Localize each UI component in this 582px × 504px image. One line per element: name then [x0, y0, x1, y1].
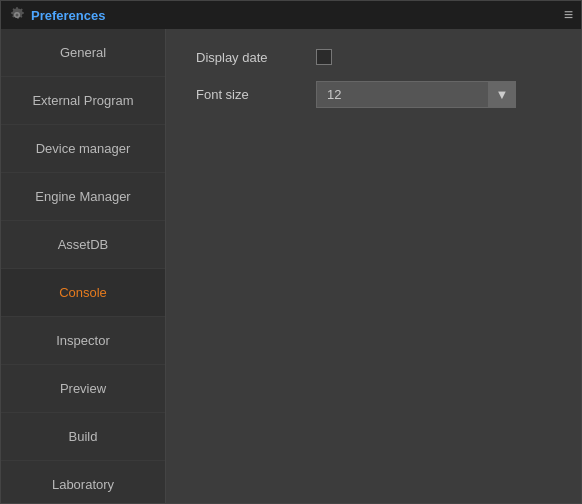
font-size-row: Font size 81011121314161820 ▼	[196, 81, 551, 108]
display-date-row: Display date	[196, 49, 551, 65]
sidebar-item-console[interactable]: Console	[1, 269, 165, 317]
sidebar-item-engine-manager[interactable]: Engine Manager	[1, 173, 165, 221]
font-size-select-wrapper: 81011121314161820 ▼	[316, 81, 516, 108]
sidebar-item-external-program[interactable]: External Program	[1, 77, 165, 125]
font-size-select[interactable]: 81011121314161820	[316, 81, 516, 108]
sidebar-item-preview[interactable]: Preview	[1, 365, 165, 413]
titlebar-title: Preferences	[31, 8, 105, 23]
titlebar: Preferences ≡	[1, 1, 581, 29]
display-date-checkbox[interactable]	[316, 49, 332, 65]
sidebar-item-inspector[interactable]: Inspector	[1, 317, 165, 365]
preferences-window: Preferences ≡ GeneralExternal ProgramDev…	[0, 0, 582, 504]
display-date-label: Display date	[196, 50, 316, 65]
sidebar-item-device-manager[interactable]: Device manager	[1, 125, 165, 173]
sidebar-item-general[interactable]: General	[1, 29, 165, 77]
gear-icon	[9, 7, 25, 23]
sidebar: GeneralExternal ProgramDevice managerEng…	[1, 29, 166, 503]
content-area: GeneralExternal ProgramDevice managerEng…	[1, 29, 581, 503]
sidebar-item-laboratory[interactable]: Laboratory	[1, 461, 165, 503]
menu-icon[interactable]: ≡	[564, 6, 573, 24]
sidebar-item-assetdb[interactable]: AssetDB	[1, 221, 165, 269]
titlebar-left: Preferences	[9, 7, 105, 23]
sidebar-item-build[interactable]: Build	[1, 413, 165, 461]
font-size-label: Font size	[196, 87, 316, 102]
main-panel: Display date Font size 81011121314161820…	[166, 29, 581, 503]
